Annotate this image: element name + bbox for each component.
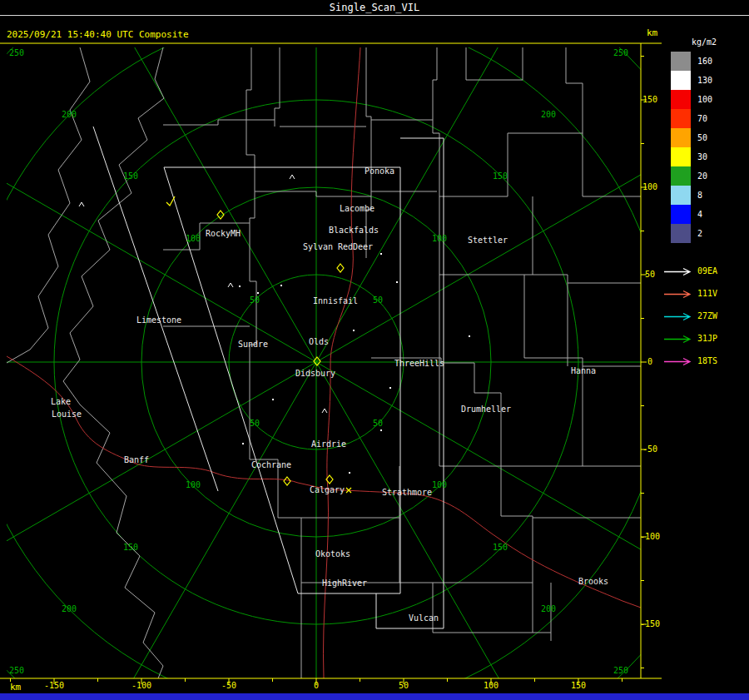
- city-label: Sundre: [238, 340, 268, 349]
- legend-value: 30: [697, 153, 707, 161]
- x-axis-tick-label: -50: [221, 682, 236, 690]
- legend-color-swatch: [671, 166, 691, 186]
- site-diamond-icon: [284, 477, 290, 485]
- city-label: Strathmore: [382, 489, 432, 497]
- city-label: Hanna: [571, 367, 596, 375]
- range-ring-label: 250: [613, 49, 628, 57]
- city-label: Brooks: [578, 578, 608, 586]
- range-ring-label: 200: [541, 111, 556, 119]
- legend-color-swatch: [671, 186, 691, 205]
- x-axis-tick-label: -150: [44, 682, 64, 690]
- range-ring-label: 150: [123, 172, 138, 181]
- legend-color-swatch: [671, 147, 691, 166]
- city-label: Blackfalds: [329, 226, 379, 235]
- y-axis-tick-label: 0: [647, 358, 652, 366]
- radar-arrow-icon: [663, 335, 692, 344]
- city-label: Vulcan: [409, 614, 439, 623]
- legend-color-swatch: [671, 224, 691, 243]
- city-label: Limestone: [136, 316, 181, 325]
- legend-value: 160: [697, 57, 712, 66]
- radar-legend-item: 09EA: [663, 266, 717, 276]
- legend-color-swatch: [671, 52, 691, 71]
- range-ring-label: 200: [62, 605, 77, 613]
- legend-value: 2: [697, 230, 702, 238]
- radar-id-label: 09EA: [697, 267, 717, 276]
- radar-legend-item: 27ZW: [663, 311, 717, 321]
- legend-value: 20: [697, 172, 707, 181]
- legend-value: 100: [697, 96, 712, 104]
- range-ring-label: 150: [493, 544, 508, 552]
- city-label: Innisfail: [313, 297, 358, 305]
- x-axis-tick-label: 0: [314, 682, 319, 690]
- legend-color-swatch: [671, 90, 691, 109]
- city-label: Olds: [309, 338, 329, 346]
- range-ring-label: 250: [9, 667, 24, 675]
- city-label: Airdrie: [311, 440, 346, 449]
- legend-value: 50: [697, 134, 707, 142]
- range-ring-label: 150: [493, 172, 508, 181]
- city-label: RedDeer: [338, 243, 373, 251]
- radar-id-label: 27ZW: [697, 312, 717, 320]
- legend-color-swatch: [671, 205, 691, 224]
- range-ring-label: 100: [432, 235, 447, 243]
- radial-lines: [0, 0, 749, 700]
- check-marker-icon: [166, 196, 175, 206]
- y-axis-tick-label: 50: [645, 271, 655, 279]
- range-ring-label: 100: [186, 235, 201, 243]
- range-ring-label: 50: [250, 420, 260, 428]
- city-label: Calgary: [310, 486, 345, 494]
- x-axis-tick-label: -100: [131, 682, 151, 690]
- range-ring-label: 250: [613, 667, 628, 675]
- city-label: Lacombe: [340, 205, 374, 213]
- x-axis-tick-label: 100: [484, 682, 499, 690]
- city-label: Banff: [124, 456, 149, 464]
- radar-id-label: 31JP: [697, 335, 717, 343]
- radar-arrow-icon: [663, 312, 692, 321]
- city-label: Okotoks: [315, 550, 350, 559]
- city-label: Sylvan: [303, 243, 333, 251]
- range-ring-label: 250: [9, 49, 24, 57]
- city-label: ThreeHills: [394, 360, 444, 368]
- range-ring-label: 50: [373, 296, 383, 305]
- x-axis-tick-label: 50: [399, 682, 409, 690]
- range-ring-label: 100: [186, 481, 201, 489]
- range-ring-label: 150: [123, 544, 138, 552]
- legend-color-swatch: [671, 71, 691, 90]
- y-axis-tick-label: 100: [642, 183, 657, 191]
- radar-legend-item: 111V: [663, 289, 717, 299]
- radar-app-window: Single_Scan_VIL 2025/09/21 15:40:40 UTC …: [0, 0, 749, 700]
- city-label: Lake: [51, 398, 71, 406]
- range-ring-label: 200: [541, 605, 556, 613]
- city-label: HighRiver: [322, 579, 367, 588]
- range-ring-label: 50: [373, 420, 383, 428]
- polar-grid: [0, 0, 749, 700]
- radar-legend-item: 18TS: [663, 356, 717, 366]
- legend-value: 4: [697, 211, 702, 219]
- y-axis-tick-label: 150: [642, 96, 657, 104]
- city-label: Cochrane: [251, 461, 291, 469]
- radar-arrow-icon: [663, 357, 692, 366]
- legend-color-swatch: [671, 109, 691, 128]
- axis-frame: [0, 43, 662, 684]
- legend-color-swatch: [671, 128, 691, 147]
- radar-arrow-icon: [663, 290, 692, 299]
- radar-legend-item: 31JP: [663, 334, 717, 344]
- legend-value: 130: [697, 77, 712, 85]
- y-axis-major-ticks: [641, 100, 647, 624]
- city-label: Drumheller: [461, 405, 511, 414]
- site-diamond-icon: [337, 264, 344, 272]
- range-ring-label: 100: [432, 481, 447, 489]
- radar-arrow-icon: [663, 267, 692, 276]
- legend-value: 70: [697, 115, 707, 123]
- radar-coverage-outlines: [93, 127, 444, 628]
- y-axis-tick-label: -50: [642, 445, 657, 454]
- x-axis-tick-label: 150: [571, 682, 586, 690]
- radar-id-label: 18TS: [697, 357, 717, 365]
- legend-value: 8: [697, 191, 702, 200]
- bottom-status-strip: [0, 693, 749, 700]
- map-canvas[interactable]: [0, 0, 749, 700]
- city-label: RockyMH: [206, 230, 241, 238]
- range-ring-label: 200: [62, 111, 77, 119]
- city-label: Louise: [52, 410, 82, 419]
- y-axis-tick-label: -100: [640, 533, 660, 541]
